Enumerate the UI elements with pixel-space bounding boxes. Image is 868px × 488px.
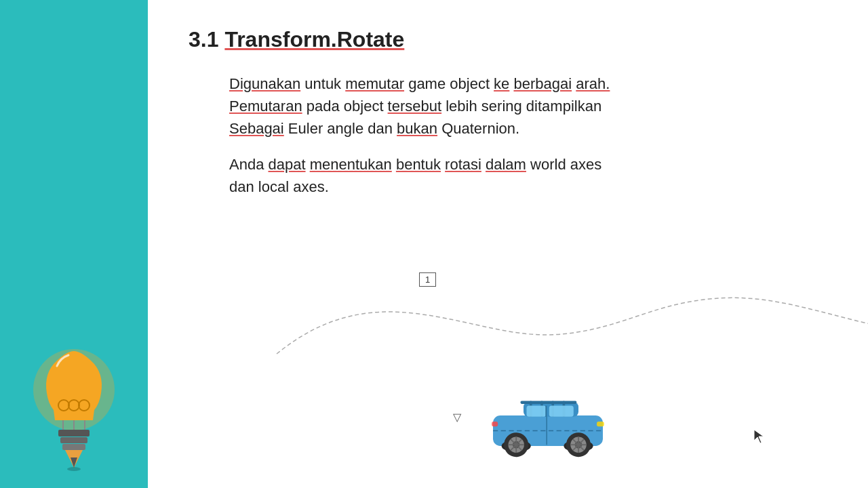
svg-rect-41 [492, 422, 498, 426]
word-menentukan: menentukan [310, 156, 392, 173]
diagram-area: 1 ▽ [189, 218, 827, 468]
word-tersebut: tersebut [388, 98, 442, 115]
word-berbagai: berbagai [513, 75, 572, 92]
word-digunakan: Digunakan [229, 75, 300, 92]
sidebar [0, 0, 148, 488]
svg-rect-9 [62, 444, 85, 450]
cursor-indicator [753, 428, 766, 447]
word-bukan: bukan [397, 120, 437, 137]
slide-title: 3.1 Transform.Rotate [189, 27, 827, 52]
arrow-indicator: ▽ [453, 411, 461, 424]
svg-rect-7 [58, 430, 90, 436]
svg-rect-15 [521, 401, 577, 404]
svg-point-12 [67, 467, 81, 471]
word-bentuk: bentuk [396, 156, 441, 173]
word-sebagai: Sebagai [229, 120, 284, 137]
title-prefix: 3.1 [189, 27, 224, 52]
svg-rect-20 [527, 406, 547, 417]
car-illustration [487, 379, 609, 461]
paragraph-1-block: Digunakan untuk memutar game object ke b… [189, 73, 778, 140]
lightbulb-illustration [20, 332, 128, 468]
word-pemutaran: Pemutaran [229, 98, 302, 115]
title-main: Transform.Rotate [224, 27, 404, 52]
word-dapat: dapat [269, 156, 306, 173]
number-box: 1 [419, 272, 436, 287]
main-content: 3.1 Transform.Rotate Digunakan untuk mem… [148, 0, 868, 488]
paragraph-2-block: Anda dapat menentukan bentuk rotasi dala… [189, 153, 778, 198]
paragraph-2: Anda dapat menentukan bentuk rotasi dala… [229, 153, 778, 198]
word-arah: arah. [576, 75, 610, 92]
word-memutar: memutar [345, 75, 404, 92]
word-dalam: dalam [486, 156, 526, 173]
svg-rect-21 [549, 406, 574, 417]
word-ke: ke [494, 75, 509, 92]
svg-rect-8 [60, 437, 87, 443]
paragraph-1: Digunakan untuk memutar game object ke b… [229, 73, 778, 140]
word-rotasi: rotasi [445, 156, 481, 173]
svg-rect-40 [597, 422, 604, 426]
